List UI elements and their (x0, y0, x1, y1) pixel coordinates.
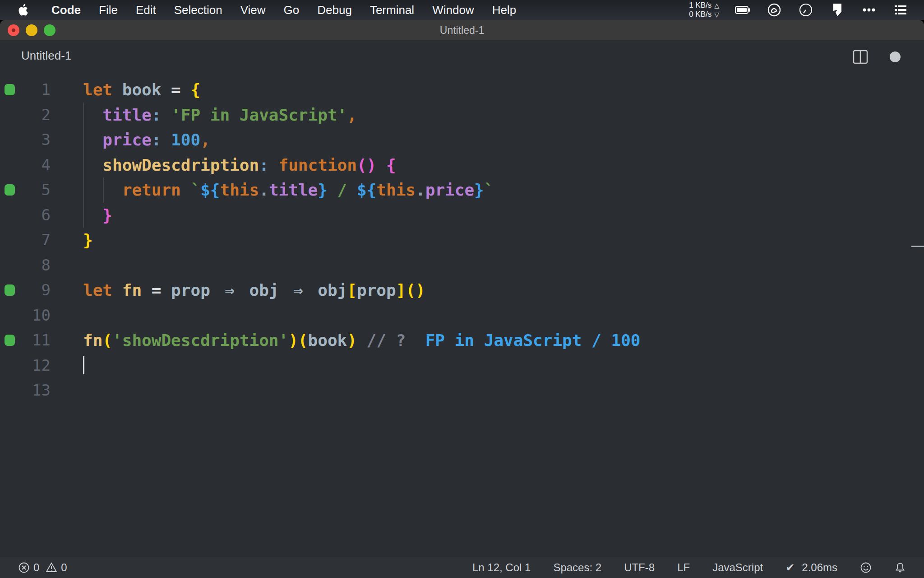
net-up-label: 1 KB/s (689, 1, 711, 10)
code-line-3[interactable]: 3 price: 100, (0, 127, 924, 153)
token-plain (376, 156, 386, 174)
quokka-coverage-marker (5, 335, 15, 346)
encoding[interactable]: UTF-8 (624, 561, 655, 574)
line-number: 8 (23, 253, 51, 278)
code-line-13[interactable]: 13 (0, 378, 924, 403)
code-text: price: 100, (83, 127, 210, 153)
token-plain (112, 80, 122, 99)
token-kw: function (279, 156, 357, 174)
upload-triangle-icon: △ (714, 1, 719, 10)
code-line-1[interactable]: 1let book = { (0, 77, 924, 103)
clock-icon[interactable] (798, 2, 814, 18)
window-title-bar: Untitled-1 (0, 20, 924, 41)
token-var: book (308, 331, 347, 350)
editor-actions (853, 50, 901, 64)
code-line-7[interactable]: 7} (0, 228, 924, 253)
code-line-12[interactable]: 12 (0, 353, 924, 378)
status-bar: 0 0 Ln 12, Col 1 Spaces: 2 UTF-8 LF Java… (0, 557, 924, 578)
token-plain (83, 131, 102, 149)
eol-setting[interactable]: LF (677, 561, 690, 574)
token-prop: price (102, 131, 151, 149)
network-speed-indicator[interactable]: 1 KB/s△ 0 KB/s▽ (689, 1, 719, 19)
menu-item-view[interactable]: View (231, 3, 275, 17)
feedback-smiley-icon[interactable] (860, 562, 872, 573)
menu-item-file[interactable]: File (90, 3, 127, 17)
token-plain (83, 106, 102, 124)
indentation-setting[interactable]: Spaces: 2 (553, 561, 601, 574)
code-line-10[interactable]: 10 (0, 303, 924, 328)
token-plain (161, 131, 171, 149)
sync-loop-icon[interactable] (766, 2, 782, 18)
menu-item-edit[interactable]: Edit (127, 3, 165, 17)
cursor-position[interactable]: Ln 12, Col 1 (472, 561, 531, 574)
line-number: 12 (23, 353, 51, 378)
code-text: fn('showDescdription')(book) // ? FP in … (83, 328, 640, 353)
apple-logo-icon[interactable] (14, 3, 32, 17)
token-plain: = (142, 281, 171, 299)
menu-item-terminal[interactable]: Terminal (361, 3, 423, 17)
menu-items: FileEditSelectionViewGoDebugTerminalWind… (90, 3, 525, 17)
token-b1: [ (347, 281, 357, 299)
menu-item-selection[interactable]: Selection (165, 3, 231, 17)
ellipsis-icon[interactable] (861, 2, 877, 18)
code-text: return `${this.title} / ${this.price}` (83, 177, 494, 203)
problems-indicator[interactable]: 0 0 (18, 561, 67, 574)
bookmark-app-icon[interactable] (829, 2, 845, 18)
code-line-4[interactable]: 4 showDescdription: function() { (0, 153, 924, 178)
notifications-bell-icon[interactable] (894, 562, 906, 573)
status-right: Ln 12, Col 1 Spaces: 2 UTF-8 LF JavaScri… (472, 561, 906, 574)
scrollbar-mark[interactable] (911, 246, 924, 247)
menu-item-help[interactable]: Help (483, 3, 525, 17)
quokka-perf[interactable]: ✔ 2.06ms (785, 561, 837, 574)
code-line-6[interactable]: 6 } (0, 203, 924, 228)
gutter-marker-cell (0, 303, 23, 328)
list-menu-icon[interactable] (892, 2, 909, 18)
code-line-2[interactable]: 2 title: 'FP in JavaScript', (0, 103, 924, 128)
menu-item-window[interactable]: Window (423, 3, 483, 17)
token-kw: this (220, 181, 259, 199)
token-var: prop (357, 281, 396, 299)
menu-app-name[interactable]: Code (42, 3, 90, 17)
token-comment: // ? (357, 331, 406, 350)
menu-item-debug[interactable]: Debug (308, 3, 361, 17)
gutter-marker-cell (0, 177, 23, 203)
battery-icon[interactable] (735, 2, 751, 18)
code-text: } (83, 203, 112, 228)
gutter-marker-cell (0, 77, 23, 103)
editor-window: Untitled-1 Untitled-1 1let book = {2 tit… (0, 20, 924, 578)
token-comma: , (200, 131, 210, 149)
line-number: 10 (23, 303, 51, 328)
indent-guide (83, 103, 84, 228)
unsaved-changes-dot[interactable] (890, 51, 901, 62)
token-str: 'FP in JavaScript' (171, 106, 347, 124)
code-line-11[interactable]: 11fn('showDescdription')(book) // ? FP i… (0, 328, 924, 353)
token-b3: ${ (357, 181, 376, 199)
language-mode[interactable]: JavaScript (712, 561, 763, 574)
token-fname: fn (122, 281, 142, 299)
errors-count: 0 (33, 561, 39, 574)
token-b2: () (357, 156, 376, 174)
token-kw: this (376, 181, 416, 199)
line-number: 13 (23, 378, 51, 403)
menu-item-go[interactable]: Go (275, 3, 309, 17)
window-title: Untitled-1 (0, 20, 924, 41)
quokka-coverage-marker (5, 284, 15, 296)
line-number: 7 (23, 228, 51, 253)
token-kw: let (83, 80, 112, 99)
token-b1: } (83, 231, 93, 249)
gutter-marker-cell (0, 153, 23, 178)
token-colon: : (152, 131, 162, 149)
token-prop: price (425, 181, 474, 199)
token-b3: } (318, 181, 328, 199)
code-line-9[interactable]: 9let fn = prop ⇒ obj ⇒ obj[prop]() (0, 278, 924, 303)
token-plain (279, 281, 289, 299)
indent-guide (103, 177, 104, 203)
tab-untitled-1[interactable]: Untitled-1 (21, 49, 71, 63)
code-line-8[interactable]: 8 (0, 253, 924, 278)
code-line-5[interactable]: 5 return `${this.title} / ${this.price}` (0, 177, 924, 203)
token-b1: )( (288, 331, 308, 350)
gutter-marker-cell (0, 328, 23, 353)
split-editor-icon[interactable] (853, 50, 868, 64)
code-editor[interactable]: 1let book = {2 title: 'FP in JavaScript'… (0, 77, 924, 557)
quokka-coverage-marker (5, 184, 15, 196)
